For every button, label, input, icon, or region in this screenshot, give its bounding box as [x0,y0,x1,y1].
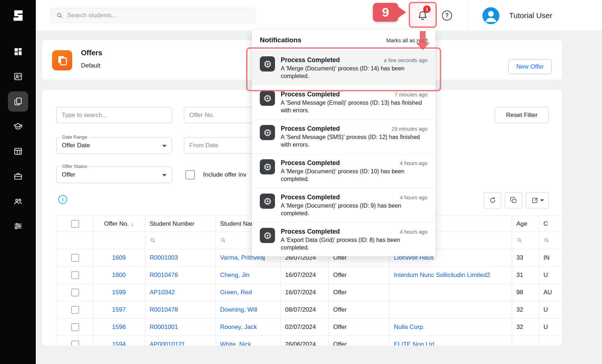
user-menu[interactable]: Tutorial User [478,0,552,31]
info-icon[interactable]: ! [58,195,67,204]
company-link[interactable]: ELITE Non Ltd [394,341,434,346]
citizenship-cell: U [539,318,563,336]
notification-body: Process Completed 7 minutes ago A 'Send … [281,91,427,119]
notification-item[interactable]: Process Completed 4 hours ago A 'Merge (… [252,153,435,188]
user-name: Tutorial User [509,11,552,20]
age-cell: 98 [512,284,539,301]
notification-title: Process Completed [281,56,340,64]
student-name-link[interactable]: Green, Red [220,289,252,296]
filter-cell-student-number[interactable] [145,232,215,249]
header-offer-no[interactable]: Offer No. ↓ [93,216,145,232]
people-group-icon [13,196,23,206]
user-icon [482,7,499,24]
filter-cell-age[interactable] [512,232,539,249]
table-body: 1609 R0001003 Varma, Prithviraj 26/07/20… [57,249,563,346]
notification-message: A 'Merge (Document)' process (ID: 9) has… [281,202,427,217]
notification-time: 4 hours ago [400,160,427,166]
student-number-link[interactable]: R0001003 [150,254,178,261]
student-number-link[interactable]: AP00010121 [150,341,185,346]
offer-no-link[interactable]: 1594 [112,341,126,346]
sidebar-item-settings[interactable] [8,216,28,236]
search-students-input[interactable] [67,12,250,19]
help-icon: ? [442,10,452,21]
sliders-icon [13,221,23,231]
offer-no-link[interactable]: 1600 [112,272,126,279]
help-button[interactable]: ? [441,10,453,21]
sort-desc-icon: ↓ [131,221,134,227]
search-icon [56,12,63,19]
student-name-link[interactable]: Rooney, Jack [220,324,257,331]
notification-item[interactable]: Process Completed 29 minutes ago A 'Send… [252,119,435,153]
notification-message: A 'Send Message (Email)' process (ID: 13… [281,99,427,114]
app-logo[interactable] [0,0,36,31]
page-title: Offers [81,49,102,57]
reset-filter-button[interactable]: Reset Filter [495,107,549,123]
sidebar-item-dashboard[interactable] [8,42,28,62]
export-button[interactable] [526,192,549,208]
citizenship-cell: AU [539,284,563,301]
logo-icon [9,6,27,25]
filter-cell-citizenship[interactable] [539,232,563,249]
header-student-number[interactable]: Student Number [145,216,215,232]
age-cell: 31 [512,266,539,284]
notifications-bell-button[interactable]: 1 [414,6,431,25]
row-checkbox[interactable] [71,306,79,314]
student-number-link[interactable]: AP10342 [150,289,175,296]
student-name-link[interactable]: Cheng, Jin [220,272,249,279]
offer-status-select[interactable]: Offer Status Offer [56,166,172,183]
student-name-link[interactable]: White, Nick [220,341,251,346]
company-link[interactable]: Interdum Nunc Sollicitudin Limited2 [394,272,490,279]
student-number-link[interactable]: R0001001 [150,324,178,331]
search-icon [150,237,156,243]
sidebar-item-offers[interactable] [8,91,28,112]
offer-no-link[interactable]: 1597 [112,306,126,313]
student-number-link[interactable]: R0010478 [150,306,178,313]
notification-title: Process Completed [281,194,340,201]
duplicate-button[interactable] [505,192,522,208]
mark-all-as-read-button[interactable]: Marks all as read [386,37,427,43]
date-range-select[interactable]: Date Range Offer Date [56,137,172,154]
header-offer-no-label: Offer No. [104,220,129,228]
header-age[interactable]: Age [512,216,539,232]
student-number-link[interactable]: R0010476 [150,272,178,279]
offer-no-link[interactable]: 1596 [112,324,126,331]
search-icon [516,237,523,243]
notification-item[interactable]: Process Completed 4 hours ago A 'Export … [252,222,435,256]
status-cell: Offer [328,318,389,336]
select-all-checkbox[interactable] [71,220,79,228]
sidebar-item-students[interactable] [8,66,28,87]
row-checkbox[interactable] [71,271,79,279]
sidebar-item-agents[interactable] [8,191,28,211]
sidebar-item-courses[interactable] [8,116,28,136]
notification-item[interactable]: Process Completed 7 minutes ago A 'Send … [252,85,435,119]
notification-item[interactable]: Process Completed a few seconds ago A 'M… [252,51,435,85]
citizenship-cell: U [539,301,563,318]
cpu-chip-icon [263,94,272,103]
cpu-chip-icon [263,231,272,240]
refresh-button[interactable] [484,192,501,208]
row-checkbox[interactable] [71,323,79,331]
table-row: 1596 R0001001 Rooney, Jack 02/07/2024 Of… [57,318,563,336]
grid-search-input[interactable] [56,107,172,123]
student-name-link[interactable]: Downing, Will [220,306,257,313]
sidebar-item-services[interactable] [8,166,28,186]
offer-no-cell: 1609 [93,249,145,266]
offer-no-link[interactable]: 1609 [112,254,126,261]
notification-count-badge: 1 [423,5,431,13]
row-checkbox[interactable] [71,289,79,296]
offer-no-link[interactable]: 1599 [112,289,126,296]
notification-title: Process Completed [281,125,340,133]
new-offer-button[interactable]: New Offer [508,59,552,74]
process-icon [260,159,275,174]
header-citizenship[interactable]: C [539,216,563,232]
company-link[interactable]: Nulla Corp. [394,324,425,331]
row-checkbox[interactable] [71,254,79,262]
row-checkbox[interactable] [71,341,79,346]
age-cell: 33 [512,249,539,266]
sidebar-item-boards[interactable] [8,141,28,161]
board-columns-icon [13,147,23,156]
process-icon [260,91,275,106]
notification-item[interactable]: Process Completed 4 hours ago A 'Merge (… [252,188,435,222]
include-offer-checkbox[interactable] [185,170,195,179]
filter-cell-offer-no[interactable] [93,232,145,249]
